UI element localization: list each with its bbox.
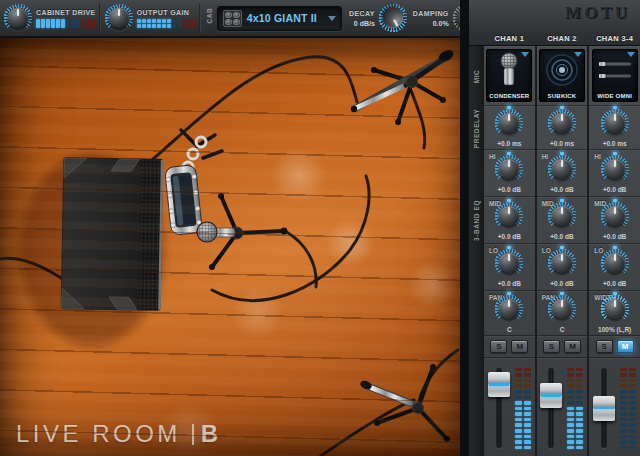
toolbar-divider [99,3,101,33]
eq-hi-knob-chan1[interactable] [494,154,524,184]
eq-hi-knob-chan2[interactable] [547,154,577,184]
room-label: LIVE ROOM B [16,420,219,448]
pan-knob-chan1[interactable] [494,294,524,324]
eq-mid-value: +0.0 dB [603,233,626,240]
chevron-down-icon [328,16,336,21]
decay-value: 0 dB/s [354,20,375,27]
mute-button-chan2[interactable]: M [564,340,581,353]
eq-lo-knob-chan2[interactable] [547,248,577,278]
cabinet-icon [223,10,242,27]
eq-lo-knob-chan3-4[interactable] [600,248,630,278]
fader-chan3-4[interactable] [593,366,615,450]
panel-header: MOTU CHAN 1 CHAN 2 CHAN 3-4 [469,0,640,46]
eq-hi-value: +0.0 dB [498,186,521,193]
solo-button-chan3-4[interactable]: S [596,340,613,353]
room-name: LIVE ROOM [16,420,181,448]
room-variant-badge[interactable]: B [201,420,219,448]
eq-lo-value: +0.0 dB [550,280,573,287]
top-toolbar: CABINET DRIVE OUTPUT GAIN CAB 4x10 GIANT… [0,0,460,38]
pan-knob-chan2[interactable] [547,294,577,324]
fader-handle[interactable] [593,396,615,421]
eq-hi-knob-chan3-4[interactable] [600,154,630,184]
knob-led [507,106,511,109]
cab-section: CAB 4x10 GIANT II [204,0,342,36]
width-value: 100% (L,R) [598,326,631,333]
decay-knob[interactable] [378,3,408,33]
channel-strip-2: SUBKICK +0.0 ms HI +0.0 dB MID [537,46,588,456]
top-right-mic-stand[interactable] [351,48,456,125]
output-gain-label: OUTPUT GAIN [137,9,196,16]
solo-button-chan1[interactable]: S [490,340,507,353]
chevron-down-icon [574,52,582,57]
predelay-value: +0.0 ms [603,140,627,147]
fader-chan1[interactable] [488,366,510,450]
section-label-strip: MIC PREDELAY 3-BAND EQ [469,46,484,456]
mic-section-label: MIC [473,69,480,83]
predelay-knob-chan3-4[interactable] [600,108,630,138]
predelay-knob-chan2[interactable] [547,108,577,138]
eq-mid-knob-chan2[interactable] [547,201,577,231]
channel-1-header: CHAN 1 [484,34,535,43]
decay-section: DECAY 0 dB/s [349,0,408,36]
fader-handle[interactable] [540,383,562,408]
condenser-mic-stand[interactable] [197,193,287,270]
boom-mic [356,85,406,108]
channel-2-header: CHAN 2 [537,34,588,43]
output-gain-knob[interactable] [104,3,134,33]
speaker-cabinet[interactable] [61,157,164,311]
eq-lo-knob-chan1[interactable] [494,248,524,278]
predelay-knob-chan1[interactable] [494,108,524,138]
condenser-mic-icon [494,52,524,88]
mic-selector-chan3-4[interactable]: WIDE OMNI [592,49,638,102]
channel-strip-1: CONDENSER +0.0 ms HI +0.0 dB [484,46,535,456]
solo-button-chan2[interactable]: S [543,340,560,353]
predelay-value: +0.0 ms [497,140,521,147]
output-gain-meter [137,19,196,28]
eq-hi-value: +0.0 dB [550,186,573,193]
live-room-floor: LIVE ROOM B [0,38,460,456]
decay-label: DECAY [349,10,375,17]
floor-scene [0,38,460,456]
eq-mid-knob-chan1[interactable] [494,201,524,231]
cab-selected-value: 4x10 GIANT II [247,12,317,24]
output-gain-section: OUTPUT GAIN [104,0,196,36]
channel-strip-3-4: WIDE OMNI +0.0 ms HI +0.0 dB MID [589,46,640,456]
channel-3-4-header: CHAN 3-4 [589,34,640,43]
damping-label: DAMPING [413,10,449,17]
eq-mid-value: +0.0 dB [498,233,521,240]
pan-value: C [507,326,512,333]
mic-selector-chan2[interactable]: SUBKICK [539,49,585,102]
bottom-right-mic-stand[interactable] [359,364,450,442]
mic-selector-chan1[interactable]: CONDENSER [486,49,532,102]
width-knob-chan3-4[interactable] [600,294,630,324]
subkick-mic[interactable] [165,130,222,235]
mic-name: SUBKICK [548,93,577,99]
damping-value: 0.0% [433,20,449,27]
live-room-plugin-window: CABINET DRIVE OUTPUT GAIN CAB 4x10 GIANT… [0,0,640,456]
chevron-down-icon [521,52,529,57]
fader-chan2[interactable] [540,366,562,450]
level-meter-chan3-4 [620,366,636,450]
subkick-mic-icon [545,52,579,88]
eq-lo-value: +0.0 dB [603,280,626,287]
mic-name: CONDENSER [489,93,529,99]
cab-label: CAB [205,13,212,23]
cabinet-drive-meter [36,19,96,28]
mute-button-chan1[interactable]: M [511,340,528,353]
mute-button-chan3-4[interactable]: M [617,340,634,353]
level-meter-chan1 [515,366,531,450]
room-label-divider [192,424,194,445]
cabinet-drive-label: CABINET DRIVE [36,9,96,16]
boom-mic [372,388,410,403]
mixer-panel: MOTU CHAN 1 CHAN 2 CHAN 3-4 MIC PREDELAY… [460,0,640,456]
fader-handle[interactable] [488,372,510,397]
pan-value: C [560,326,565,333]
knob-pointer [109,8,129,28]
predelay-section-label: PREDELAY [473,108,480,148]
predelay-value: +0.0 ms [550,140,574,147]
cabinet-drive-knob[interactable] [3,3,33,33]
eq-mid-knob-chan3-4[interactable] [600,201,630,231]
brand-logo: MOTU [565,3,630,23]
cabinet-drive-section: CABINET DRIVE [3,0,96,36]
cab-selector[interactable]: 4x10 GIANT II [217,6,342,31]
